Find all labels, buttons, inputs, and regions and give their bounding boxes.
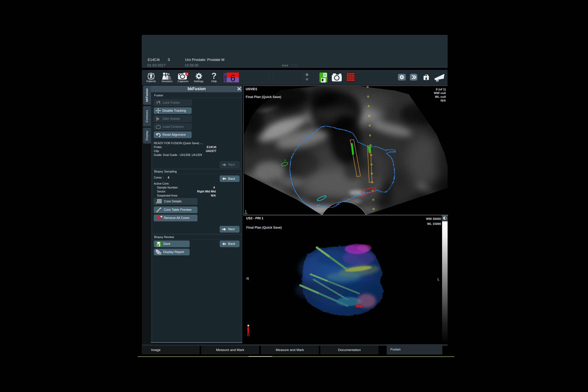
svg-text:1: 1 <box>245 210 246 214</box>
svg-text:Final Plan (Quick Save): Final Plan (Quick Save) <box>246 226 282 229</box>
svg-text:D: D <box>324 73 326 77</box>
svg-text:WW 30000: WW 30000 <box>426 217 441 220</box>
svg-text:WL null: WL null <box>435 95 446 98</box>
svg-text:L: L <box>438 277 440 281</box>
svg-text:i: i <box>307 74 307 76</box>
svg-text:R: R <box>246 277 249 281</box>
svg-text:N/A: N/A <box>441 99 446 102</box>
svg-text:US2 - PRI 1: US2 - PRI 1 <box>246 216 263 220</box>
svg-text:WL 15000: WL 15000 <box>427 222 441 226</box>
svg-text:WW null: WW null <box>434 92 446 95</box>
svg-text:Final Plan (Quick Save): Final Plan (Quick Save) <box>246 95 281 99</box>
svg-text:0 (of 1): 0 (of 1) <box>436 88 446 91</box>
svg-text:1: 1 <box>186 72 188 75</box>
svg-text:USVID1: USVID1 <box>246 87 257 91</box>
